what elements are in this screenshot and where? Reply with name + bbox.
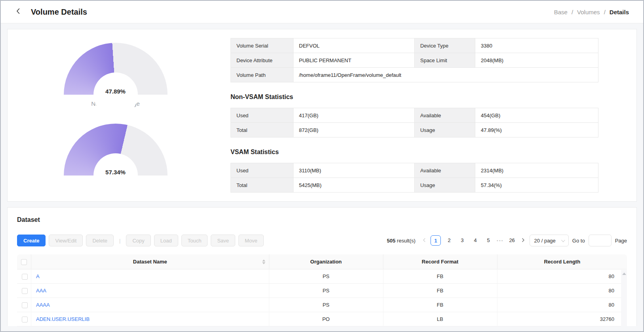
volume-info-column: Volume Serial DEFVOL Device Type 3380 De… xyxy=(223,29,636,201)
dataset-link[interactable]: A xyxy=(36,273,40,279)
page-size-select[interactable]: 20 / page xyxy=(530,235,569,246)
breadcrumb-item-base[interactable]: Base xyxy=(554,9,568,15)
volume-path-value: /home/oframe11/OpenFrame/volume_default xyxy=(293,68,598,82)
record-format-cell: FB xyxy=(383,269,497,284)
table-row: ADEN.USER.USERLIB PO LB 32760 xyxy=(17,312,627,326)
breadcrumb: Base / Volumes / Details xyxy=(554,9,629,15)
record-format-cell: FB xyxy=(383,298,497,312)
app-window: Volume Details Base / Volumes / Details … xyxy=(0,0,644,332)
row-checkbox[interactable] xyxy=(22,302,28,308)
chevron-left-icon xyxy=(422,238,426,244)
page-button-26[interactable]: 26 xyxy=(507,235,517,246)
dataset-name-cell: AAAA xyxy=(31,298,269,312)
volume-overview-card: 47.89% Non-VSAM Usage 57.34% VSAM Usage xyxy=(7,29,637,202)
next-page-button[interactable] xyxy=(520,238,526,244)
table-row: Total 872(GB) Usage 47.89(%) xyxy=(231,123,598,137)
touch-button[interactable]: Touch xyxy=(181,235,208,246)
space-limit-label: Space Limit xyxy=(414,53,475,68)
dataset-link[interactable]: ADEN.USER.USERLIB xyxy=(36,316,90,322)
organization-cell: PS xyxy=(269,298,383,312)
page-button-1[interactable]: 1 xyxy=(431,235,441,246)
back-button[interactable] xyxy=(15,8,21,16)
chevron-down-icon xyxy=(561,238,565,242)
device-attribute-label: Device Attribute xyxy=(231,53,293,68)
save-button[interactable]: Save xyxy=(211,235,235,246)
breadcrumb-item-details: Details xyxy=(610,9,629,15)
breadcrumb-separator: / xyxy=(572,9,573,15)
organization-cell: PO xyxy=(269,312,383,326)
used-value: 3110(MB) xyxy=(293,163,414,178)
total-label: Total xyxy=(231,178,293,193)
copy-button[interactable]: Copy xyxy=(126,235,151,246)
nonvsam-statistics-title: Non-VSAM Statistics xyxy=(231,93,598,101)
dataset-name-cell: AAA xyxy=(31,284,269,298)
create-button[interactable]: Create xyxy=(17,235,46,246)
page-button-5[interactable]: 5 xyxy=(484,235,493,246)
row-checkbox[interactable] xyxy=(22,274,28,280)
column-header-organization: Organization xyxy=(269,254,383,269)
row-checkbox[interactable] xyxy=(22,288,28,294)
move-button[interactable]: Move xyxy=(238,235,264,246)
space-limit-value: 2048(MB) xyxy=(475,53,598,68)
delete-button[interactable]: Delete xyxy=(86,235,114,246)
top-bar: Volume Details Base / Volumes / Details xyxy=(1,1,643,23)
select-all-checkbox[interactable] xyxy=(21,259,27,265)
organization-cell: PS xyxy=(269,269,383,284)
row-select-cell xyxy=(17,312,31,326)
column-label: Dataset Name xyxy=(133,259,167,265)
page-word-label: Page xyxy=(615,238,627,244)
device-type-value: 3380 xyxy=(475,38,598,53)
pagination: 505 result(s) 1 2 3 4 5 ••• 26 20 / p xyxy=(387,235,627,246)
breadcrumb-item-volumes[interactable]: Volumes xyxy=(577,9,600,15)
usage-label: Usage xyxy=(414,123,475,137)
dataset-name-cell: A xyxy=(31,269,269,284)
page-content: 47.89% Non-VSAM Usage 57.34% VSAM Usage xyxy=(1,23,643,331)
volume-path-label: Volume Path xyxy=(231,68,293,82)
nonvsam-gauge-chart: 47.89% xyxy=(64,43,168,95)
page-size-value: 20 / page xyxy=(534,238,556,244)
vsam-gauge-value: 57.34% xyxy=(64,169,168,176)
table-row: Device Attribute PUBLIC PERMANENT Space … xyxy=(231,53,598,68)
used-value: 417(GB) xyxy=(293,108,414,123)
goto-page-input[interactable] xyxy=(589,235,612,246)
available-label: Available xyxy=(414,108,475,123)
page-button-4[interactable]: 4 xyxy=(471,235,480,246)
dataset-section: Dataset Create View/Edit Delete | Copy L… xyxy=(7,207,637,326)
previous-page-button[interactable] xyxy=(421,238,427,244)
row-select-cell xyxy=(17,284,31,298)
sort-icon[interactable] xyxy=(262,259,265,264)
view-edit-button[interactable]: View/Edit xyxy=(49,235,83,246)
record-length-cell: 80 xyxy=(497,284,627,298)
device-type-label: Device Type xyxy=(414,38,475,53)
select-all-header xyxy=(17,254,31,269)
nonvsam-usage-gauge: 47.89% Non-VSAM Usage xyxy=(64,43,168,107)
table-row: A PS FB 80 xyxy=(17,269,627,284)
device-attribute-value: PUBLIC PERMANENT xyxy=(293,53,414,68)
chevron-right-icon xyxy=(521,238,525,244)
dataset-link[interactable]: AAA xyxy=(36,288,46,294)
column-header-dataset-name[interactable]: Dataset Name xyxy=(31,254,269,269)
used-label: Used xyxy=(231,108,293,123)
record-format-cell: FB xyxy=(383,284,497,298)
page-button-3[interactable]: 3 xyxy=(457,235,467,246)
record-format-cell: LB xyxy=(383,312,497,326)
table-row: AAAA PS FB 80 xyxy=(17,298,627,312)
load-button[interactable]: Load xyxy=(154,235,178,246)
table-row: Total 5425(MB) Usage 57.34(%) xyxy=(231,178,598,193)
dataset-link[interactable]: AAAA xyxy=(36,302,50,308)
page-title: Volume Details xyxy=(31,8,87,17)
dataset-name-cell: ADEN.USER.USERLIB xyxy=(31,312,269,326)
vertical-scrollbar[interactable] xyxy=(621,270,627,326)
table-header-row: Dataset Name Organization Record Format … xyxy=(17,254,627,269)
row-checkbox[interactable] xyxy=(22,317,28,322)
page-button-2[interactable]: 2 xyxy=(444,235,454,246)
nonvsam-statistics-table: Used 417(GB) Available 454(GB) Total 872… xyxy=(231,108,598,137)
breadcrumb-separator: / xyxy=(604,9,606,15)
volume-serial-value: DEFVOL xyxy=(293,38,414,53)
used-label: Used xyxy=(231,163,293,178)
page-ellipsis[interactable]: ••• xyxy=(497,238,504,243)
vsam-statistics-table: Used 3110(MB) Available 2314(MB) Total 5… xyxy=(231,163,598,193)
column-header-record-length: Record Length xyxy=(497,254,627,269)
volume-serial-label: Volume Serial xyxy=(231,38,293,53)
toolbar-divider: | xyxy=(119,238,120,244)
